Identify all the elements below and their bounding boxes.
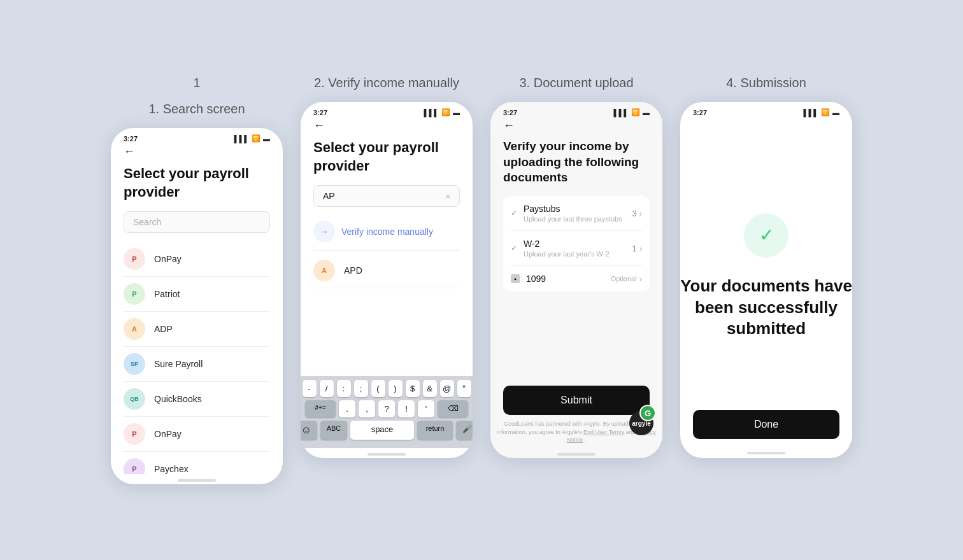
key-space[interactable]: space [350, 421, 414, 440]
step-4-label: 4. Submission [726, 76, 806, 90]
wifi-icon-4: 🛜 [821, 108, 830, 116]
provider-name-5: OnPay [154, 429, 182, 439]
key-return[interactable]: return [417, 421, 453, 440]
success-title: Your documents have been successfully su… [680, 276, 852, 340]
provider-name-1: Patriot [154, 289, 180, 299]
screen2-provider-apd[interactable]: A APD [313, 253, 460, 288]
signal-icon-2: ▌▌▌ [424, 109, 439, 116]
key-slash[interactable]: / [320, 380, 334, 397]
provider-item-6[interactable]: P Paychex [124, 452, 270, 474]
provider-item-3[interactable]: SP Sure Payroll [124, 347, 270, 382]
success-container: ✓ Your documents have been successfully … [680, 119, 852, 447]
status-icons-1: ▌▌▌ 🛜 ▬ [234, 134, 270, 143]
doc-item-w2[interactable]: ✓ W-2 Upload your last year's W-2 1 › [511, 231, 642, 266]
key-minus[interactable]: - [303, 380, 317, 397]
verify-manual-row[interactable]: → Verify income manually [313, 213, 460, 251]
search-bar-1[interactable]: Search [124, 211, 270, 233]
provider-avatar-0: P [124, 248, 145, 270]
doc-count-w2: 1 › [632, 244, 642, 253]
step-3-label: 3. Document upload [519, 76, 633, 90]
key-ampersand[interactable]: & [423, 380, 437, 397]
screen2-provider-name: APD [344, 265, 362, 276]
key-open-paren[interactable]: ( [371, 380, 385, 397]
chevron-w2: › [639, 244, 642, 253]
doc-list: ✓ Paystubs Upload your last three paystu… [503, 196, 650, 291]
key-close-paren[interactable]: ) [389, 380, 403, 397]
status-bar-4: 3:27 ▌▌▌ 🛜 ▬ [680, 102, 852, 119]
back-arrow-3[interactable]: ← [503, 119, 650, 132]
argyle-g-icon: G [639, 405, 656, 421]
phone-1: 3:27 ▌▌▌ 🛜 ▬ ← Select your payroll provi… [111, 128, 283, 484]
doc-sub-w2: Upload your last year's W-2 [524, 250, 625, 258]
screen3-content: ← Verify your income by uploading the fo… [490, 119, 662, 420]
status-time-2: 3:27 [313, 109, 327, 116]
key-emoji[interactable]: ☺ [301, 421, 317, 440]
provider-avatar-2: A [124, 318, 145, 340]
doc-check-paystubs: ✓ [511, 209, 517, 218]
scroll-indicator-3 [557, 453, 596, 456]
key-at[interactable]: @ [440, 380, 454, 397]
done-button[interactable]: Done [693, 410, 839, 439]
keyboard-row-3: ☺ ABC space return 🎤 [303, 421, 471, 440]
battery-icon: ▬ [263, 135, 270, 143]
clear-button[interactable]: × [445, 192, 450, 201]
provider-name-3: Sure Payroll [154, 359, 203, 369]
back-arrow-2[interactable]: ← [313, 119, 460, 132]
doc-count-1099: Optional › [611, 274, 642, 284]
doc-icon-1099: ▪ [511, 274, 520, 283]
check-mark-icon: ✓ [759, 225, 774, 246]
key-question[interactable]: ? [378, 400, 395, 417]
key-backspace[interactable]: ⌫ [438, 400, 468, 417]
provider-item-5[interactable]: P OnPay [124, 417, 270, 452]
battery-icon-2: ▬ [453, 109, 460, 116]
wifi-icon-3: 🛜 [631, 108, 640, 116]
argyle-badge-container: argyle G [629, 411, 653, 435]
key-quote[interactable]: " [457, 380, 471, 397]
signal-icon-3: ▌▌▌ [614, 109, 629, 116]
keyboard: - / : ; ( ) $ & @ " #+= . , ? ! [301, 376, 473, 448]
doc-info-w2: W-2 Upload your last year's W-2 [524, 239, 625, 258]
phone-3: 3:27 ▌▌▌ 🛜 ▬ ← Verify your income by upl… [490, 102, 662, 458]
doc-check-w2: ✓ [511, 244, 517, 253]
key-exclaim[interactable]: ! [398, 400, 415, 417]
provider-avatar-4: QB [124, 388, 145, 410]
status-time-1: 3:27 [124, 135, 138, 143]
provider-avatar-5: P [124, 423, 145, 445]
doc-name-paystubs: Paystubs [524, 204, 625, 214]
key-comma[interactable]: , [359, 400, 375, 417]
provider-item-2[interactable]: A ADP [124, 312, 270, 347]
step-4: 4. Submission 3:27 ▌▌▌ 🛜 ▬ ✓ Your docume… [680, 76, 852, 458]
key-hashplus[interactable]: #+= [305, 400, 336, 417]
screen1-title: Select your payroll provider [124, 165, 270, 201]
provider-avatar-3: SP [124, 353, 145, 375]
key-colon[interactable]: : [337, 380, 351, 397]
key-apostrophe[interactable]: ' [418, 400, 434, 417]
doc-count-paystubs: 3 › [632, 209, 642, 218]
key-abc[interactable]: ABC [320, 421, 347, 440]
key-dollar[interactable]: $ [406, 380, 420, 397]
doc-optional-1099: Optional [611, 275, 637, 283]
scroll-indicator-1 [178, 479, 216, 482]
key-semicolon[interactable]: ; [354, 380, 368, 397]
doc-item-paystubs[interactable]: ✓ Paystubs Upload your last three paystu… [511, 196, 642, 231]
verify-manual-text[interactable]: Verify income manually [341, 227, 433, 237]
provider-name-6: Paychex [154, 464, 189, 474]
status-icons-2: ▌▌▌ 🛜 ▬ [424, 108, 460, 116]
search-input-active[interactable]: AP × [313, 185, 460, 207]
signal-icon: ▌▌▌ [234, 135, 249, 143]
screen3-title: Verify your income by uploading the foll… [503, 139, 650, 186]
arrow-circle-icon: → [313, 221, 335, 242]
doc-info-paystubs: Paystubs Upload your last three paystubs [524, 204, 625, 223]
step-2-label: 2. Verify income manually [314, 76, 459, 90]
doc-name-w2: W-2 [524, 239, 625, 249]
key-period[interactable]: . [339, 400, 355, 417]
keyboard-row-1: - / : ; ( ) $ & @ " [303, 380, 471, 397]
key-mic[interactable]: 🎤 [456, 421, 473, 440]
submit-button[interactable]: Submit [503, 386, 650, 415]
provider-item-0[interactable]: P OnPay [124, 242, 270, 277]
screen2-content: ← Select your payroll provider AP × → Ve… [301, 119, 473, 376]
doc-item-1099[interactable]: ▪ 1099 Optional › [511, 266, 642, 291]
provider-item-4[interactable]: QB QuickBooks [124, 382, 270, 417]
provider-item-1[interactable]: P Patriot [124, 277, 270, 312]
back-arrow-1[interactable]: ← [124, 145, 270, 158]
